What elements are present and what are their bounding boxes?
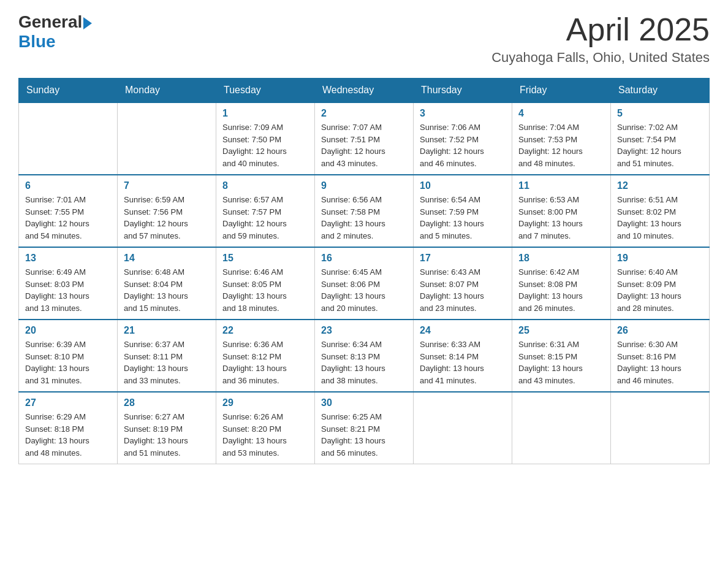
day-number: 23 — [321, 325, 407, 336]
day-number: 4 — [518, 108, 604, 119]
calendar-cell: 2Sunrise: 7:07 AMSunset: 7:51 PMDaylight… — [315, 102, 414, 175]
day-number: 9 — [321, 180, 407, 191]
day-number: 28 — [124, 397, 210, 408]
col-saturday: Saturday — [611, 79, 710, 103]
day-info: Sunrise: 6:31 AMSunset: 8:15 PMDaylight:… — [518, 339, 604, 386]
calendar-cell: 3Sunrise: 7:06 AMSunset: 7:52 PMDaylight… — [414, 102, 512, 175]
calendar-cell: 23Sunrise: 6:34 AMSunset: 8:13 PMDayligh… — [315, 320, 414, 392]
calendar-body: 1Sunrise: 7:09 AMSunset: 7:50 PMDaylight… — [19, 102, 710, 464]
day-info: Sunrise: 7:04 AMSunset: 7:53 PMDaylight:… — [518, 121, 604, 169]
day-number: 25 — [518, 325, 604, 336]
calendar-cell: 22Sunrise: 6:36 AMSunset: 8:12 PMDayligh… — [216, 320, 315, 392]
calendar-week-2: 6Sunrise: 7:01 AMSunset: 7:55 PMDaylight… — [19, 175, 710, 247]
day-info: Sunrise: 6:57 AMSunset: 7:57 PMDaylight:… — [222, 194, 308, 242]
day-number: 2 — [321, 108, 407, 119]
title-block: April 2025 Cuyahoga Falls, Ohio, United … — [491, 12, 710, 66]
calendar-cell: 12Sunrise: 6:51 AMSunset: 8:02 PMDayligh… — [611, 175, 710, 247]
day-number: 7 — [124, 180, 210, 191]
day-info: Sunrise: 6:51 AMSunset: 8:02 PMDaylight:… — [617, 194, 703, 242]
day-number: 12 — [617, 180, 703, 191]
calendar-cell: 30Sunrise: 6:25 AMSunset: 8:21 PMDayligh… — [315, 392, 414, 464]
day-number: 20 — [25, 325, 111, 336]
day-info: Sunrise: 6:54 AMSunset: 7:59 PMDaylight:… — [420, 194, 506, 242]
day-info: Sunrise: 6:40 AMSunset: 8:09 PMDaylight:… — [617, 266, 703, 314]
day-info: Sunrise: 7:01 AMSunset: 7:55 PMDaylight:… — [25, 194, 111, 242]
day-number: 17 — [420, 253, 506, 264]
day-info: Sunrise: 6:30 AMSunset: 8:16 PMDaylight:… — [617, 339, 703, 386]
calendar-cell: 20Sunrise: 6:39 AMSunset: 8:10 PMDayligh… — [19, 320, 118, 392]
page-header: General Blue April 2025 Cuyahoga Falls, … — [18, 12, 710, 66]
calendar-cell: 24Sunrise: 6:33 AMSunset: 8:14 PMDayligh… — [414, 320, 512, 392]
day-info: Sunrise: 6:39 AMSunset: 8:10 PMDaylight:… — [25, 339, 111, 386]
day-number: 14 — [124, 253, 210, 264]
day-number: 29 — [222, 397, 308, 408]
calendar-cell: 16Sunrise: 6:45 AMSunset: 8:06 PMDayligh… — [315, 247, 414, 320]
calendar-cell: 6Sunrise: 7:01 AMSunset: 7:55 PMDaylight… — [19, 175, 118, 247]
page-subtitle: Cuyahoga Falls, Ohio, United States — [491, 50, 710, 66]
calendar-cell: 8Sunrise: 6:57 AMSunset: 7:57 PMDaylight… — [216, 175, 315, 247]
col-monday: Monday — [118, 79, 216, 103]
day-info: Sunrise: 6:49 AMSunset: 8:03 PMDaylight:… — [25, 266, 111, 314]
day-info: Sunrise: 6:36 AMSunset: 8:12 PMDaylight:… — [222, 339, 308, 386]
logo: General Blue — [18, 12, 92, 52]
day-info: Sunrise: 6:25 AMSunset: 8:21 PMDaylight:… — [321, 411, 407, 459]
day-info: Sunrise: 7:07 AMSunset: 7:51 PMDaylight:… — [321, 121, 407, 169]
day-info: Sunrise: 6:27 AMSunset: 8:19 PMDaylight:… — [124, 411, 210, 459]
day-number: 30 — [321, 397, 407, 408]
col-wednesday: Wednesday — [315, 79, 414, 103]
day-number: 1 — [222, 108, 308, 119]
logo-arrow-icon — [83, 17, 92, 29]
day-number: 27 — [25, 397, 111, 408]
day-number: 5 — [617, 108, 703, 119]
calendar-cell: 26Sunrise: 6:30 AMSunset: 8:16 PMDayligh… — [611, 320, 710, 392]
calendar-cell: 18Sunrise: 6:42 AMSunset: 8:08 PMDayligh… — [512, 247, 611, 320]
calendar-week-3: 13Sunrise: 6:49 AMSunset: 8:03 PMDayligh… — [19, 247, 710, 320]
day-number: 19 — [617, 253, 703, 264]
day-number: 6 — [25, 180, 111, 191]
day-info: Sunrise: 7:02 AMSunset: 7:54 PMDaylight:… — [617, 121, 703, 169]
col-sunday: Sunday — [19, 79, 118, 103]
day-info: Sunrise: 6:45 AMSunset: 8:06 PMDaylight:… — [321, 266, 407, 314]
calendar-table: Sunday Monday Tuesday Wednesday Thursday… — [18, 78, 710, 464]
calendar-cell: 4Sunrise: 7:04 AMSunset: 7:53 PMDaylight… — [512, 102, 611, 175]
calendar-cell: 9Sunrise: 6:56 AMSunset: 7:58 PMDaylight… — [315, 175, 414, 247]
day-number: 21 — [124, 325, 210, 336]
calendar-cell: 27Sunrise: 6:29 AMSunset: 8:18 PMDayligh… — [19, 392, 118, 464]
calendar-cell: 14Sunrise: 6:48 AMSunset: 8:04 PMDayligh… — [118, 247, 216, 320]
calendar-cell — [414, 392, 512, 464]
day-number: 22 — [222, 325, 308, 336]
calendar-cell: 1Sunrise: 7:09 AMSunset: 7:50 PMDaylight… — [216, 102, 315, 175]
day-info: Sunrise: 6:33 AMSunset: 8:14 PMDaylight:… — [420, 339, 506, 386]
calendar-week-1: 1Sunrise: 7:09 AMSunset: 7:50 PMDaylight… — [19, 102, 710, 175]
calendar-cell: 7Sunrise: 6:59 AMSunset: 7:56 PMDaylight… — [118, 175, 216, 247]
day-info: Sunrise: 6:43 AMSunset: 8:07 PMDaylight:… — [420, 266, 506, 314]
calendar-cell: 21Sunrise: 6:37 AMSunset: 8:11 PMDayligh… — [118, 320, 216, 392]
day-info: Sunrise: 6:37 AMSunset: 8:11 PMDaylight:… — [124, 339, 210, 386]
calendar-cell: 10Sunrise: 6:54 AMSunset: 7:59 PMDayligh… — [414, 175, 512, 247]
calendar-cell: 17Sunrise: 6:43 AMSunset: 8:07 PMDayligh… — [414, 247, 512, 320]
calendar-cell: 19Sunrise: 6:40 AMSunset: 8:09 PMDayligh… — [611, 247, 710, 320]
day-number: 11 — [518, 180, 604, 191]
calendar-header: Sunday Monday Tuesday Wednesday Thursday… — [19, 79, 710, 103]
day-number: 26 — [617, 325, 703, 336]
day-number: 13 — [25, 253, 111, 264]
day-info: Sunrise: 6:59 AMSunset: 7:56 PMDaylight:… — [124, 194, 210, 242]
day-number: 18 — [518, 253, 604, 264]
day-info: Sunrise: 6:46 AMSunset: 8:05 PMDaylight:… — [222, 266, 308, 314]
col-friday: Friday — [512, 79, 611, 103]
day-info: Sunrise: 6:56 AMSunset: 7:58 PMDaylight:… — [321, 194, 407, 242]
calendar-week-4: 20Sunrise: 6:39 AMSunset: 8:10 PMDayligh… — [19, 320, 710, 392]
calendar-cell — [611, 392, 710, 464]
day-info: Sunrise: 6:53 AMSunset: 8:00 PMDaylight:… — [518, 194, 604, 242]
day-number: 10 — [420, 180, 506, 191]
day-number: 3 — [420, 108, 506, 119]
logo-blue: Blue — [18, 32, 92, 52]
calendar-cell — [19, 102, 118, 175]
col-thursday: Thursday — [414, 79, 512, 103]
header-row: Sunday Monday Tuesday Wednesday Thursday… — [19, 79, 710, 103]
calendar-cell: 5Sunrise: 7:02 AMSunset: 7:54 PMDaylight… — [611, 102, 710, 175]
calendar-cell: 13Sunrise: 6:49 AMSunset: 8:03 PMDayligh… — [19, 247, 118, 320]
calendar-cell — [512, 392, 611, 464]
day-number: 16 — [321, 253, 407, 264]
calendar-cell: 29Sunrise: 6:26 AMSunset: 8:20 PMDayligh… — [216, 392, 315, 464]
